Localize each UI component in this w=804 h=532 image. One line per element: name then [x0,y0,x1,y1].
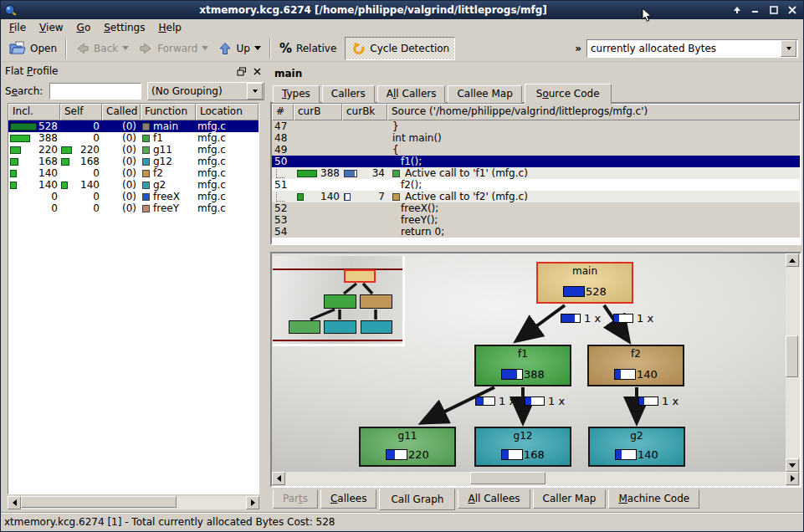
close-button[interactable] [785,3,800,17]
flat-profile-row[interactable]: 220220(0)g11mfg.c [8,144,259,156]
graph-horizontal-scrollbar[interactable] [272,472,786,486]
curbk-value: 34 [357,167,387,179]
graph-node-f2[interactable]: f2140 [587,345,684,386]
source-code-text: freeY(); [392,214,438,226]
graph-node-g11[interactable]: g11220 [359,427,456,467]
scroll-up-button[interactable] [786,253,799,267]
tab-callee-map[interactable]: Callee Map [448,85,521,103]
flat-profile-row[interactable]: 5280(0)mainmfg.c [8,120,259,132]
column-header-curbk[interactable]: curBk [342,104,387,120]
tab-call-graph[interactable]: Call Graph [379,488,455,510]
function-title: main [274,68,302,79]
up-dropdown-icon[interactable] [254,46,261,50]
tab-callers[interactable]: Callers [322,85,375,103]
flat-profile-row[interactable]: 1400(0)f2mfg.c [8,167,259,179]
column-header-function[interactable]: Function [141,104,196,120]
scroll-left-button[interactable] [272,472,285,485]
tab-callees[interactable]: Callees [320,489,376,509]
tab-machine-code[interactable]: Machine Code [608,489,699,509]
shade-button[interactable] [730,3,745,17]
source-code-row[interactable]: 54return 0; [272,226,800,238]
scrollbar-thumb[interactable] [21,496,177,508]
function-name: main [153,120,178,132]
edge-label-f1-g11[interactable]: 1 x [475,395,515,407]
edge-label-f1-g12[interactable]: 1 x [525,395,565,407]
source-code-row[interactable]: 49{ [272,144,800,156]
source-code-row[interactable]: 53freeY(); [272,214,800,226]
grouping-combo[interactable]: (No Grouping) [147,82,264,100]
scrollbar-track[interactable] [285,472,786,486]
event-type-combo[interactable]: currently allocated Bytes [586,39,798,58]
graph-node-f1[interactable]: f1388 [474,345,571,386]
column-header-curb[interactable]: curB [294,104,342,120]
source-code-row[interactable]: 47} [272,120,800,132]
relative-button[interactable]: % Relative [274,38,341,59]
edge-label-main-f2[interactable]: 1 x [613,312,653,325]
menu-help[interactable]: Help [151,21,187,34]
source-code-row[interactable]: 48int main() [272,132,800,144]
dock-header[interactable]: Flat Profile [5,64,263,79]
tab-all-callees[interactable]: All Callees [458,489,530,509]
column-header-source[interactable]: Source ('/home/philippe/valgrind/littlep… [387,104,800,120]
graph-overview-minimap[interactable] [273,256,405,346]
scroll-right-button[interactable] [786,472,799,485]
graph-node-main[interactable]: main528 [536,262,633,304]
flat-profile-row[interactable]: 3880(0)f1mfg.c [8,132,259,144]
scrollbar-thumb[interactable] [470,472,545,484]
flat-profile-row[interactable]: 140140(0)g2mfg.c [8,179,259,191]
graph-node-g12[interactable]: g12168 [474,427,571,467]
flat-profile-row[interactable]: 168168(0)g12mfg.c [8,156,259,167]
float-panel-icon[interactable] [236,66,248,77]
close-panel-icon[interactable] [251,66,263,77]
tab-parts[interactable]: Parts [273,489,318,509]
triangle-down-icon [789,463,796,468]
minimize-button[interactable] [748,3,763,17]
toolbar-overflow-chevron[interactable]: » [575,43,581,54]
tab-source-code[interactable]: Source Code [525,84,612,105]
source-code-row[interactable]: 51f2(); [272,179,800,191]
scrollbar-track[interactable] [21,496,246,509]
tab-caller-map[interactable]: Caller Map [533,489,607,509]
maximize-button[interactable] [766,3,781,17]
search-input[interactable] [49,83,141,100]
menu-view[interactable]: View [33,21,69,34]
source-code-row[interactable]: 52freeX(); [272,202,800,214]
source-code-row[interactable]: 50f1(); [272,156,800,167]
column-header-line[interactable]: # [272,104,294,120]
dock-horizontal-scrollbar[interactable] [8,496,259,509]
up-button[interactable]: Up [213,38,265,59]
flat-profile-row[interactable]: 00(0)freeYmfg.c [8,202,259,214]
edge-label-f2-g2[interactable]: 1 x [638,395,679,407]
back-button[interactable]: Back [70,38,134,59]
menu-file[interactable]: File [3,21,33,34]
menu-go[interactable]: Go [70,21,98,34]
column-header-self[interactable]: Self [60,104,102,120]
scrollbar-thumb[interactable] [786,335,798,377]
forward-dropdown-icon[interactable] [202,46,208,50]
scroll-left-button[interactable] [8,496,21,509]
back-icon [75,42,90,55]
scroll-down-button[interactable] [786,458,799,472]
flat-profile-row[interactable]: 00(0)freeXmfg.c [8,191,259,202]
graph-node-g2[interactable]: g2140 [588,427,685,467]
source-call-row[interactable]: 38834Active call to 'f1' (mfg.c) [272,167,800,179]
grouping-dropdown-button[interactable] [247,83,263,100]
graph-vertical-scrollbar[interactable] [786,253,800,472]
column-header-location[interactable]: Location [196,104,259,120]
column-header-called[interactable]: Called [102,104,141,120]
tab-types[interactable]: Types [273,85,320,103]
open-button[interactable]: Open [4,38,62,59]
edge-label-main-f1[interactable]: 1 x [561,312,601,325]
call-graph-canvas[interactable]: main528f1388f2140g11220g12168g2140 1 x1 … [272,253,786,472]
scrollbar-track[interactable] [786,267,800,458]
source-call-row[interactable]: 1407Active call to 'f2' (mfg.c) [272,191,800,202]
cycle-detection-button[interactable]: Cycle Detection [345,37,455,60]
back-dropdown-icon[interactable] [122,46,129,50]
title-bar[interactable]: xtmemory.kcg.6274 [/home/philippe/valgri… [1,1,803,19]
column-header-incl[interactable]: Incl. [8,104,60,120]
forward-button[interactable]: Forward [134,38,213,59]
scroll-right-button[interactable] [246,496,259,509]
combo-dropdown-button[interactable] [781,40,796,57]
menu-settings[interactable]: Settings [97,21,151,34]
tab-all-callers[interactable]: All Callers [377,85,446,103]
